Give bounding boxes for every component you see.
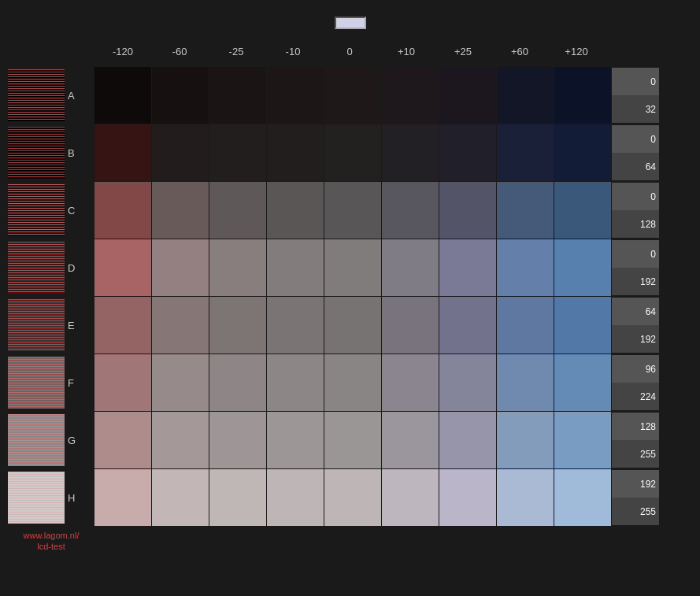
value-top: 64 <box>612 298 659 325</box>
stop-test-button[interactable] <box>335 17 366 29</box>
row-letter: C <box>68 205 79 217</box>
column-headers: -120-60-25-100+10+25+60+120 <box>94 37 700 65</box>
grid-cell <box>324 297 381 354</box>
grid-cell <box>554 182 611 239</box>
spacer <box>8 37 94 67</box>
grid-cell <box>324 412 381 468</box>
grid-cell <box>152 354 209 411</box>
grid-cell <box>209 182 266 239</box>
grid-cell <box>382 469 439 526</box>
grid-cell <box>554 239 611 296</box>
grid-cell <box>382 182 439 239</box>
grid-cell <box>497 354 554 411</box>
pattern-preview <box>8 69 65 121</box>
grid-cell <box>382 67 439 124</box>
grid-row: 96224 <box>94 354 700 411</box>
row-letter: G <box>68 435 79 446</box>
grid-cell <box>209 67 266 124</box>
grid-cell <box>94 182 151 239</box>
col-header: -120 <box>94 46 151 57</box>
grid-cell <box>497 67 554 124</box>
value-col: 192255 <box>612 469 659 526</box>
row-label-cell: E <box>8 297 94 354</box>
grid-cell <box>382 124 439 181</box>
grid-row: 128255 <box>94 412 700 468</box>
value-col: 128255 <box>612 412 659 468</box>
grid-cell <box>267 67 324 124</box>
col-header: +10 <box>378 46 435 57</box>
grid-row: 032 <box>94 67 700 124</box>
pattern-preview <box>8 184 65 236</box>
grid-cell <box>439 239 496 296</box>
grid-row: 0192 <box>94 239 700 296</box>
row-letter: B <box>68 147 79 159</box>
row-letter: D <box>68 262 79 274</box>
row-label-cell: A <box>8 67 94 124</box>
grid-cell <box>497 239 554 296</box>
value-col: 032 <box>612 67 659 124</box>
value-top: 192 <box>612 470 659 498</box>
value-top: 96 <box>612 355 659 383</box>
row-label-cell: D <box>8 239 94 296</box>
value-top: 0 <box>612 240 659 268</box>
grid-cell <box>94 124 151 181</box>
grid-cell <box>267 412 324 468</box>
grid-cell <box>94 354 151 411</box>
row-label-cell: H <box>8 469 94 526</box>
pattern-preview <box>8 414 65 466</box>
grid-cell <box>324 239 381 296</box>
value-col: 64192 <box>612 297 659 354</box>
value-bottom: 64 <box>612 153 659 180</box>
value-bottom: 224 <box>612 383 659 410</box>
value-top: 128 <box>612 413 659 440</box>
grid-cell <box>94 297 151 354</box>
grid-cell <box>94 469 151 526</box>
pattern-preview <box>8 472 65 524</box>
col-header: +60 <box>491 46 548 57</box>
value-col: 0192 <box>612 239 659 296</box>
grid-cell <box>152 124 209 181</box>
grid-cell <box>324 67 381 124</box>
grid-cell <box>439 124 496 181</box>
grid-row: 0128 <box>94 182 700 239</box>
grid-cell <box>267 354 324 411</box>
grid-row: 192255 <box>94 469 700 526</box>
pattern-preview <box>8 127 65 179</box>
grid-cell <box>267 182 324 239</box>
grid-cell <box>382 412 439 468</box>
grid-cell <box>94 239 151 296</box>
value-bottom: 255 <box>612 440 659 468</box>
grid-cell <box>324 469 381 526</box>
pattern-preview <box>8 299 65 351</box>
grid-cell <box>209 239 266 296</box>
row-letter: H <box>68 492 79 504</box>
grid-cell <box>554 297 611 354</box>
row-label-cell: C <box>8 182 94 239</box>
grid-row: 64192 <box>94 297 700 354</box>
grid-cell <box>497 124 554 181</box>
grid-cell <box>324 182 381 239</box>
value-top: 0 <box>612 68 659 95</box>
grid-cell <box>497 469 554 526</box>
value-bottom: 192 <box>612 325 659 353</box>
col-header: +120 <box>548 46 605 57</box>
grid-cell <box>497 412 554 468</box>
grid-cell <box>152 239 209 296</box>
col-header: 0 <box>321 46 378 57</box>
grid-cell <box>152 469 209 526</box>
grid-cell <box>382 297 439 354</box>
grid-cell <box>439 297 496 354</box>
left-watermark: www.lagom.nl/lcd-test <box>8 530 94 553</box>
row-letter: F <box>68 377 79 389</box>
grid-cell <box>152 67 209 124</box>
value-top: 0 <box>612 125 659 153</box>
grid-cell <box>267 469 324 526</box>
grid-cell <box>152 182 209 239</box>
grid-cell <box>554 412 611 468</box>
grid-cell <box>324 124 381 181</box>
value-col: 064 <box>612 124 659 181</box>
grid-cell <box>439 354 496 411</box>
grid-cell <box>209 124 266 181</box>
grid-cell <box>94 412 151 468</box>
row-label-cell: B <box>8 124 94 181</box>
